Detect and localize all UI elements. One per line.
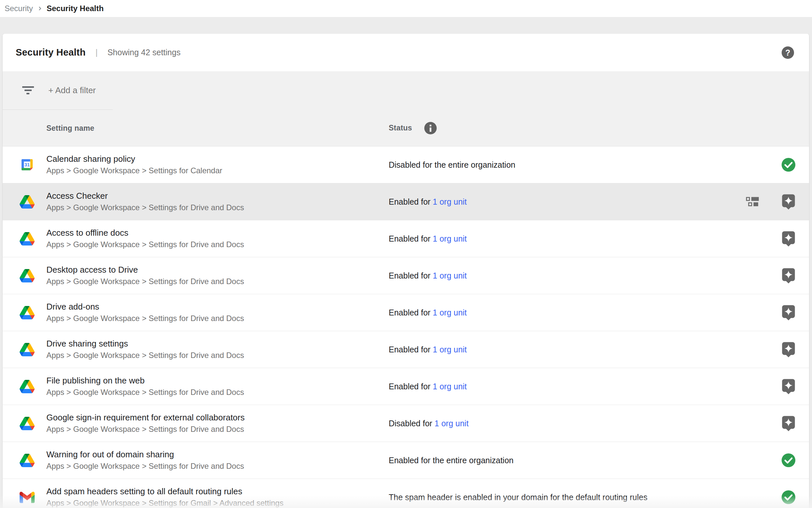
card-header: Security Health | Showing 42 settings ?: [3, 34, 809, 71]
status-text: Enabled for: [389, 197, 433, 206]
recommendation-icon[interactable]: [781, 416, 796, 431]
breadcrumb: Security Security Health: [0, 0, 812, 17]
recommendation-icon[interactable]: [781, 379, 796, 394]
recommendation-icon[interactable]: [781, 342, 796, 357]
drive-icon: [19, 453, 35, 468]
status-column-header: Status: [389, 124, 412, 132]
setting-path: Apps > Google Workspace > Settings for D…: [46, 350, 244, 361]
setting-row[interactable]: Warning for out of domain sharing Apps >…: [3, 442, 809, 479]
status-ok-icon: [781, 490, 796, 505]
drive-icon: [19, 416, 35, 431]
setting-row[interactable]: 31 Calendar sharing policy Apps > Google…: [3, 146, 809, 183]
setting-path: Apps > Google Workspace > Settings for D…: [46, 424, 245, 435]
security-health-card: Security Health | Showing 42 settings ?: [3, 34, 809, 508]
status-text: The spam header is enabled in your domai…: [389, 493, 648, 502]
rule-icon[interactable]: [746, 197, 760, 207]
drive-icon: [19, 268, 35, 283]
status-text: Enabled for: [389, 234, 433, 243]
gmail-icon: [19, 490, 35, 505]
recommendation-icon[interactable]: [781, 305, 796, 321]
table-header: Setting name Status: [3, 110, 809, 146]
org-unit-link[interactable]: 1 org unit: [433, 345, 467, 354]
svg-text:?: ?: [785, 48, 790, 57]
title-separator: |: [95, 47, 98, 57]
page-background: Security Health | Showing 42 settings ?: [0, 17, 812, 508]
add-filter-button[interactable]: + Add a filter: [48, 85, 96, 95]
status-text: Enabled for: [389, 345, 433, 354]
status-text: Enabled for: [389, 308, 433, 317]
setting-name: Calendar sharing policy: [46, 153, 223, 164]
breadcrumb-parent-link[interactable]: Security: [5, 4, 33, 13]
setting-path: Apps > Google Workspace > Settings for D…: [46, 387, 244, 398]
org-unit-link[interactable]: 1 org unit: [433, 234, 467, 243]
recommendation-icon[interactable]: [781, 231, 796, 247]
org-unit-link[interactable]: 1 org unit: [433, 271, 467, 280]
setting-row[interactable]: Access Checker Apps > Google Workspace >…: [3, 183, 809, 220]
help-icon[interactable]: ?: [781, 46, 794, 59]
filter-and-header-section: + Add a filter Setting name Status: [3, 71, 809, 146]
setting-row[interactable]: Desktop access to Drive Apps > Google Wo…: [3, 257, 809, 294]
setting-name: File publishing on the web: [46, 375, 244, 386]
org-unit-link[interactable]: 1 org unit: [434, 419, 468, 428]
settings-count: Showing 42 settings: [107, 48, 181, 57]
drive-icon: [19, 379, 35, 394]
drive-icon: [19, 194, 35, 209]
svg-text:31: 31: [25, 162, 30, 167]
setting-name: Desktop access to Drive: [46, 264, 244, 275]
setting-row[interactable]: Access to offline docs Apps > Google Wor…: [3, 220, 809, 257]
setting-name: Warning for out of domain sharing: [46, 449, 244, 460]
setting-path: Apps > Google Workspace > Settings for D…: [46, 239, 244, 250]
recommendation-icon[interactable]: [781, 194, 796, 210]
setting-row[interactable]: File publishing on the web Apps > Google…: [3, 368, 809, 405]
drive-icon: [19, 342, 35, 357]
setting-path: Apps > Google Workspace > Settings for D…: [46, 276, 244, 287]
org-unit-link[interactable]: 1 org unit: [433, 382, 467, 391]
calendar-icon: 31: [19, 157, 35, 172]
filter-icon[interactable]: [21, 86, 35, 95]
filter-bar: + Add a filter: [3, 71, 809, 110]
org-unit-link[interactable]: 1 org unit: [433, 308, 467, 317]
setting-name-column-header: Setting name: [46, 124, 94, 132]
status-ok-icon: [781, 453, 796, 468]
breadcrumb-current: Security Health: [47, 4, 104, 13]
status-ok-icon: [781, 157, 796, 172]
setting-row[interactable]: Add spam headers setting to all default …: [3, 479, 809, 508]
status-text: Enabled for: [389, 382, 433, 391]
chevron-right-icon: [36, 5, 43, 12]
setting-name: Access to offline docs: [46, 227, 244, 238]
info-icon[interactable]: [424, 122, 437, 135]
setting-name: Drive add-ons: [46, 301, 244, 312]
setting-path: Apps > Google Workspace > Settings for D…: [46, 313, 244, 324]
setting-row[interactable]: Google sign-in requirement for external …: [3, 405, 809, 442]
settings-list: 31 Calendar sharing policy Apps > Google…: [3, 146, 809, 508]
page-title: Security Health: [16, 47, 86, 58]
setting-path: Apps > Google Workspace > Settings for C…: [46, 165, 223, 176]
recommendation-icon[interactable]: [781, 268, 796, 284]
setting-path: Apps > Google Workspace > Settings for D…: [46, 461, 244, 472]
drive-icon: [19, 305, 35, 320]
setting-path: Apps > Google Workspace > Settings for G…: [46, 498, 284, 508]
status-text: Disabled for: [389, 419, 434, 428]
setting-name: Access Checker: [46, 190, 244, 201]
setting-row[interactable]: Drive sharing settings Apps > Google Wor…: [3, 331, 809, 368]
org-unit-link[interactable]: 1 org unit: [433, 197, 467, 206]
setting-row[interactable]: Drive add-ons Apps > Google Workspace > …: [3, 294, 809, 331]
setting-name: Drive sharing settings: [46, 338, 244, 349]
setting-path: Apps > Google Workspace > Settings for D…: [46, 202, 244, 213]
status-text: Enabled for the entire organization: [389, 456, 514, 465]
setting-name: Google sign-in requirement for external …: [46, 412, 245, 423]
setting-name: Add spam headers setting to all default …: [46, 486, 284, 497]
status-text: Disabled for the entire organization: [389, 160, 515, 169]
drive-icon: [19, 231, 35, 246]
status-text: Enabled for: [389, 271, 433, 280]
